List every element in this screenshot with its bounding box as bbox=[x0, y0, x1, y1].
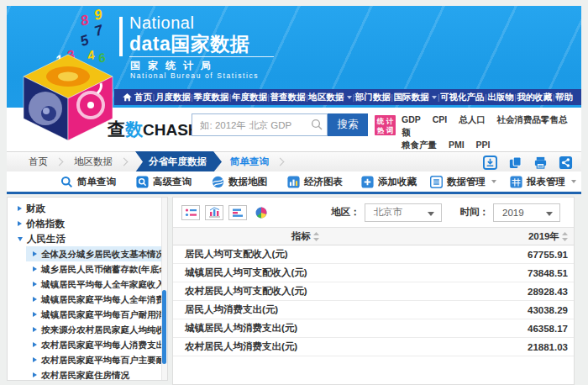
sidebar-item-rural-consumption[interactable]: 农村居民家庭平均每人消费支出 bbox=[26, 337, 167, 352]
nav-item-visualization-products[interactable]: 可视化产品 bbox=[440, 92, 485, 103]
caret-right-icon bbox=[33, 357, 37, 362]
nav-label: 可视化产品 bbox=[440, 92, 485, 103]
hot-word-pmi[interactable]: PMI bbox=[449, 140, 465, 150]
national-data-page: { "colors": { "header_blue": "#1b9ae6", … bbox=[0, 0, 588, 385]
logo-rule bbox=[129, 56, 274, 57]
nav-item-help[interactable]: 帮助 bbox=[555, 92, 573, 103]
sidebar-item-finance[interactable]: 财政 bbox=[8, 201, 167, 216]
hot-word-grain-output[interactable]: 粮食产量 bbox=[402, 140, 437, 150]
column-header-label: 2019年 bbox=[528, 230, 559, 243]
nav-item-department-data[interactable]: 部门数据 bbox=[355, 92, 391, 103]
breadcrumb-home[interactable]: 首页 bbox=[29, 156, 48, 168]
breadcrumb-active-provincial-annual[interactable]: 分省年度数据 bbox=[135, 151, 222, 172]
toolbar-add-favorite[interactable]: 添加收藏 bbox=[361, 176, 417, 188]
download-icon[interactable] bbox=[483, 156, 497, 170]
region-label: 地区： bbox=[331, 206, 360, 219]
pie-chart-icon bbox=[255, 206, 268, 219]
nav-item-home[interactable]: 首页 bbox=[123, 92, 152, 103]
toolbar-label: 数据管理 bbox=[447, 176, 486, 188]
toolbar-right-group: 添加收藏 数据管理 报表管理 bbox=[361, 176, 576, 188]
search-button[interactable]: 搜索 bbox=[328, 113, 368, 136]
hbar-chart-icon bbox=[232, 208, 244, 218]
tree-label: 财政 bbox=[26, 201, 45, 216]
toolbar-label: 数据地图 bbox=[228, 176, 267, 188]
toolbar-economic-charts[interactable]: 经济图表 bbox=[287, 176, 343, 188]
caret-right-icon bbox=[33, 372, 37, 377]
sidebar-item-urban-income-source[interactable]: 城镇居民平均每人全年家庭收入来源 bbox=[26, 277, 167, 292]
hot-word-cpi[interactable]: CPI bbox=[433, 114, 448, 124]
sidebar-scrollbar-track[interactable] bbox=[161, 198, 167, 380]
hot-word-population[interactable]: 总人口 bbox=[459, 114, 486, 124]
nav-separator: | bbox=[438, 93, 439, 102]
toolbar-simple-query[interactable]: 简单查询 bbox=[60, 176, 116, 188]
home-icon bbox=[123, 93, 132, 102]
table-row[interactable]: 农村居民人均可支配收入(元) 28928.43 bbox=[173, 282, 574, 301]
sidebar-item-urban-consumption[interactable]: 城镇居民家庭平均每人全年消费性支出 bbox=[26, 292, 167, 307]
breadcrumb: 首页 地区数据 分省年度数据 简单查询 bbox=[7, 151, 581, 172]
toolbar-report-manage[interactable]: 报表管理 bbox=[510, 176, 576, 188]
table-row[interactable]: 居民人均消费支出(元) 43038.29 bbox=[173, 301, 574, 319]
toolbar-data-map[interactable]: 数据地图 bbox=[212, 176, 267, 188]
search-icon bbox=[311, 119, 323, 130]
bar-chart-view-button[interactable] bbox=[205, 205, 223, 220]
logo-divider-bar bbox=[119, 17, 123, 56]
caret-down-icon bbox=[18, 237, 23, 241]
hot-words-row: 粮食产量 PMI PPI bbox=[402, 139, 581, 151]
sidebar-item-price-index[interactable]: 价格指数 bbox=[8, 216, 167, 231]
column-header-indicator[interactable]: 指标 bbox=[173, 230, 438, 243]
table-row[interactable]: 城镇居民人均可支配收入(元) 73848.51 bbox=[173, 264, 574, 282]
tree-label: 农村居民家庭住房情况 bbox=[41, 367, 129, 381]
hot-word-gdp[interactable]: GDP bbox=[402, 114, 421, 124]
nav-item-regional-data[interactable]: 地区数据 bbox=[308, 92, 352, 103]
sidebar-scrollbar-thumb[interactable] bbox=[162, 290, 166, 364]
nav-label: 帮助 bbox=[555, 92, 573, 103]
nav-item-my-favorites[interactable]: 我的收藏 bbox=[517, 92, 552, 103]
toolbar-data-manage[interactable]: 数据管理 bbox=[430, 176, 496, 188]
column-header-year[interactable]: 2019年 bbox=[438, 230, 574, 243]
caret-right-icon bbox=[33, 297, 37, 302]
list-view-button[interactable] bbox=[181, 205, 200, 220]
sort-icon[interactable] bbox=[313, 232, 319, 241]
hot-words-row: GDP CPI 总人口 社会消费品零售总额 bbox=[402, 113, 581, 139]
nav-item-monthly-data[interactable]: 月度数据 bbox=[155, 92, 191, 103]
breadcrumb-simple-query[interactable]: 简单查询 bbox=[230, 156, 269, 168]
sidebar-item-rural-net-income[interactable]: 按来源分农村居民家庭人均纯收入 bbox=[26, 322, 167, 337]
chashu-logo-shu: 数 bbox=[125, 119, 143, 139]
main-nav: 首页 | 月度数据 | 季度数据 | 年度数据 | 普查数据 | 地区数据 | … bbox=[114, 89, 581, 105]
toolbar-advanced-query[interactable]: 高级查询 bbox=[136, 176, 192, 188]
nav-item-publications[interactable]: 出版物 bbox=[487, 92, 514, 103]
nav-item-international-data[interactable]: 国际数据 bbox=[393, 92, 437, 103]
table-row[interactable]: 农村居民人均消费支出(元) 21881.03 bbox=[173, 338, 574, 356]
table-row[interactable]: 城镇居民人均消费支出(元) 46358.17 bbox=[173, 319, 574, 338]
indicator-tree-sidebar: 财政 价格指数 人民生活 全体及分城乡居民收支基本情况(新口径) 城乡居民人民币… bbox=[7, 197, 168, 381]
share-icon[interactable] bbox=[559, 156, 573, 170]
sidebar-item-savings-deposit[interactable]: 城乡居民人民币储蓄存款(年底余额) bbox=[26, 261, 167, 277]
search-input[interactable] bbox=[192, 113, 328, 136]
nav-item-quarterly-data[interactable]: 季度数据 bbox=[193, 92, 228, 103]
sidebar-item-income-expense-basic[interactable]: 全体及分城乡居民收支基本情况(新口径) bbox=[26, 246, 167, 261]
nav-separator: | bbox=[229, 93, 231, 102]
chevron-down-icon bbox=[571, 180, 576, 183]
nbs-cube-logo bbox=[20, 53, 116, 142]
sidebar-item-rural-housing[interactable]: 农村居民家庭住房情况 bbox=[26, 367, 167, 381]
hbar-chart-view-button[interactable] bbox=[228, 205, 247, 220]
nav-item-annual-data[interactable]: 年度数据 bbox=[232, 92, 267, 103]
time-select[interactable]: 2019 bbox=[493, 203, 560, 222]
hot-word-ppi[interactable]: PPI bbox=[476, 140, 491, 150]
region-select[interactable]: 北京市 bbox=[365, 203, 442, 222]
search-box-icon bbox=[136, 176, 149, 188]
caret-right-icon bbox=[33, 327, 37, 332]
sidebar-item-urban-durable-goods[interactable]: 城镇居民家庭平均每百户耐用消费品拥有 bbox=[26, 307, 167, 322]
value-cell: 46358.17 bbox=[438, 324, 574, 334]
sidebar-item-people-life[interactable]: 人民生活 bbox=[8, 231, 167, 246]
nav-item-census-data[interactable]: 普查数据 bbox=[270, 92, 306, 103]
falling-digit: 7 bbox=[92, 22, 105, 40]
pie-chart-view-button[interactable] bbox=[252, 205, 270, 220]
copy-icon[interactable] bbox=[508, 156, 522, 170]
print-icon[interactable] bbox=[533, 156, 548, 170]
indicator-cell: 居民人均可支配收入(元) bbox=[173, 248, 438, 261]
breadcrumb-regional-data[interactable]: 地区数据 bbox=[74, 156, 113, 168]
sidebar-item-rural-durable-goods[interactable]: 农村居民家庭平均每百户主要耐用消费品 bbox=[26, 352, 167, 367]
sort-icon[interactable] bbox=[562, 232, 568, 241]
table-row[interactable]: 居民人均可支配收入(元) 67755.91 bbox=[173, 245, 574, 264]
